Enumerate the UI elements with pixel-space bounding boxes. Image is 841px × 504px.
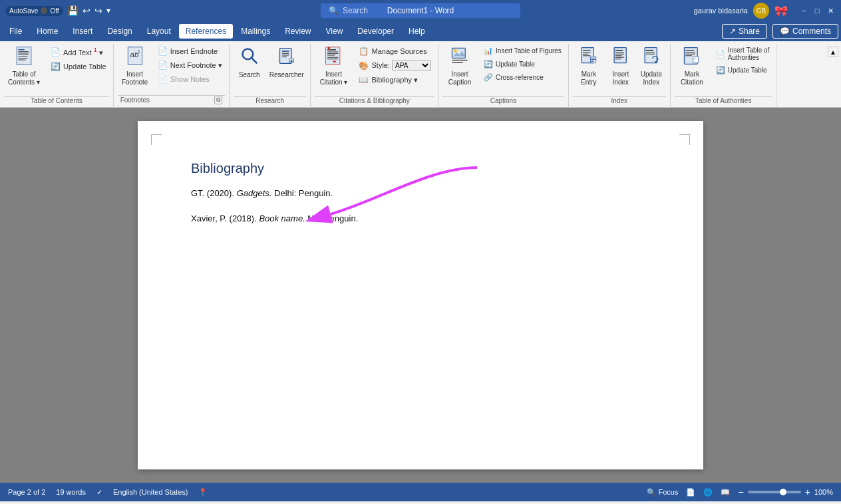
save-icon[interactable]: 💾	[67, 5, 79, 16]
menu-layout[interactable]: Layout	[140, 24, 178, 39]
update-toa-button[interactable]: 🔄 Update Table	[713, 64, 772, 76]
svg-rect-25	[327, 55, 335, 55]
toc-buttons: Table ofContents ▾ 📄 Add Text 1 ▾ 🔄 Upda…	[4, 45, 109, 95]
mark-citation-button[interactable]: "" MarkCitation	[675, 45, 709, 88]
collapse-ribbon-button[interactable]: ▲	[828, 47, 838, 57]
update-toa-icon: 🔄	[716, 66, 725, 74]
mark-entry-icon	[580, 47, 598, 69]
avatar: GB	[753, 3, 769, 19]
update-index-label: UpdateIndex	[641, 70, 662, 86]
insert-table-figures-icon: 📊	[484, 47, 493, 55]
menu-mailings[interactable]: Mailings	[234, 24, 277, 39]
menu-insert[interactable]: Insert	[66, 24, 99, 39]
zoom-in-icon[interactable]: +	[805, 487, 810, 497]
restore-button[interactable]: □	[812, 5, 822, 16]
menu-help[interactable]: Help	[402, 24, 432, 39]
comments-button[interactable]: 💬 Comments	[772, 24, 838, 39]
research-buttons: Search Researcher	[234, 45, 307, 95]
focus-button[interactable]: 🔍 Focus	[647, 488, 678, 497]
svg-rect-38	[583, 55, 591, 56]
title-bar-left: AutoSave Off 💾 ↩ ↪ ▾	[5, 5, 210, 16]
entry1-italic: Gadgets.	[237, 188, 272, 198]
menu-references[interactable]: References	[179, 24, 233, 39]
bibliography-title: Bibliography	[191, 161, 650, 176]
view-read-icon[interactable]: 📖	[721, 488, 730, 497]
svg-rect-15	[282, 53, 289, 54]
ribbon-group-toc: Table ofContents ▾ 📄 Add Text 1 ▾ 🔄 Upda…	[0, 44, 114, 107]
mark-entry-button[interactable]: MarkEntry	[573, 45, 605, 88]
update-table2-button[interactable]: 🔄 Update Table	[481, 59, 564, 70]
svg-line-12	[251, 58, 256, 63]
svg-rect-59	[685, 55, 692, 56]
svg-rect-3	[18, 53, 29, 53]
svg-rect-44	[615, 50, 623, 51]
svg-rect-45	[615, 52, 624, 53]
menu-view[interactable]: View	[319, 24, 350, 39]
style-button[interactable]: 🎨 Style: APAMLAChicago	[356, 59, 434, 72]
menu-developer[interactable]: Developer	[351, 24, 401, 39]
search-button[interactable]: Search	[234, 45, 265, 80]
entry2-italic: Book name.	[259, 213, 305, 223]
menu-design[interactable]: Design	[100, 24, 138, 39]
researcher-button[interactable]: Researcher	[267, 45, 307, 80]
menu-home[interactable]: Home	[30, 24, 65, 39]
view-web-icon[interactable]: 🌐	[703, 488, 713, 497]
ribbon-icon[interactable]: 🎀	[774, 5, 788, 17]
show-notes-icon: 📄	[158, 74, 168, 84]
next-footnote-button[interactable]: 📄 Next Footnote ▾	[155, 59, 225, 71]
share-label: Share	[739, 27, 760, 36]
svg-rect-33	[452, 62, 463, 63]
footnotes-dialog-btn[interactable]: ⧉	[214, 96, 222, 104]
bibliography-button[interactable]: 📖 Bibliography ▾	[356, 74, 434, 86]
insert-citation-button[interactable]: InsertCitation ▾	[315, 45, 352, 88]
show-notes-button[interactable]: 📄 Show Notes	[155, 73, 225, 85]
bib-entry-1: GT. (2020). Gadgets. Delhi: Penguin.	[191, 187, 650, 200]
manage-sources-icon: 📋	[359, 47, 369, 56]
insert-index-button[interactable]: InsertIndex	[606, 45, 635, 88]
svg-rect-29	[328, 47, 330, 50]
svg-rect-7	[18, 59, 25, 60]
insert-footnote-button[interactable]: ab 1 InsertFootnote	[118, 45, 152, 88]
document-area: Bibliography GT. (2020). Gadgets. Delhi:…	[0, 108, 841, 483]
add-text-button[interactable]: 📄 Add Text 1 ▾	[48, 45, 109, 59]
minimize-button[interactable]: −	[798, 5, 809, 16]
close-button[interactable]: ✕	[825, 5, 836, 16]
svg-rect-51	[646, 50, 654, 51]
manage-sources-button[interactable]: 📋 Manage Sources	[356, 45, 434, 57]
autosave-toggle[interactable]: AutoSave Off	[5, 6, 63, 16]
citations-group-label: Citations & Bibliography	[315, 96, 434, 106]
insert-table-figures-button[interactable]: 📊 Insert Table of Figures	[481, 45, 564, 57]
update-table-button[interactable]: 🔄 Update Table	[48, 61, 109, 72]
search-icon: 🔍	[329, 6, 339, 15]
share-icon: ↗	[729, 27, 736, 36]
update-table-label: Update Table	[63, 63, 106, 70]
svg-rect-4	[18, 55, 29, 55]
title-bar: AutoSave Off 💾 ↩ ↪ ▾ 🔍 Search Document1 …	[0, 0, 841, 21]
style-select[interactable]: APAMLAChicago	[392, 61, 431, 70]
zoom-slider[interactable]	[748, 491, 801, 493]
add-text-label: Add Text 1 ▾	[63, 47, 103, 57]
undo-icon[interactable]: ↩	[83, 5, 90, 16]
menu-file[interactable]: File	[3, 24, 29, 39]
cross-reference-button[interactable]: 🔗 Cross-reference	[481, 72, 564, 83]
zoom-out-icon[interactable]: −	[738, 487, 743, 497]
customize-icon[interactable]: ▾	[106, 6, 110, 15]
svg-rect-27	[327, 59, 338, 59]
view-print-icon[interactable]: 📄	[686, 488, 695, 497]
menu-review[interactable]: Review	[278, 24, 317, 39]
zoom-thumb	[780, 489, 786, 495]
entry1-text: GT. (2020).	[191, 188, 237, 198]
redo-icon[interactable]: ↪	[94, 5, 102, 16]
share-button[interactable]: ↗ Share	[722, 24, 767, 39]
next-footnote-icon: 📄	[158, 61, 168, 70]
svg-rect-6	[18, 58, 27, 59]
insert-endnote-button[interactable]: 📄 Insert Endnote	[155, 45, 225, 57]
citations-buttons: InsertCitation ▾ 📋 Manage Sources 🎨 Styl…	[315, 45, 434, 95]
research-group-label: Research	[234, 96, 307, 106]
cross-reference-label: Cross-reference	[496, 74, 544, 81]
update-index-button[interactable]: UpdateIndex	[637, 45, 666, 88]
insert-caption-label: InsertCaption	[448, 70, 471, 86]
toc-button[interactable]: Table ofContents ▾	[4, 45, 44, 88]
insert-caption-button[interactable]: InsertCaption	[442, 45, 477, 88]
insert-toa-button[interactable]: 📄 Insert Table ofAuthorities	[713, 45, 772, 63]
